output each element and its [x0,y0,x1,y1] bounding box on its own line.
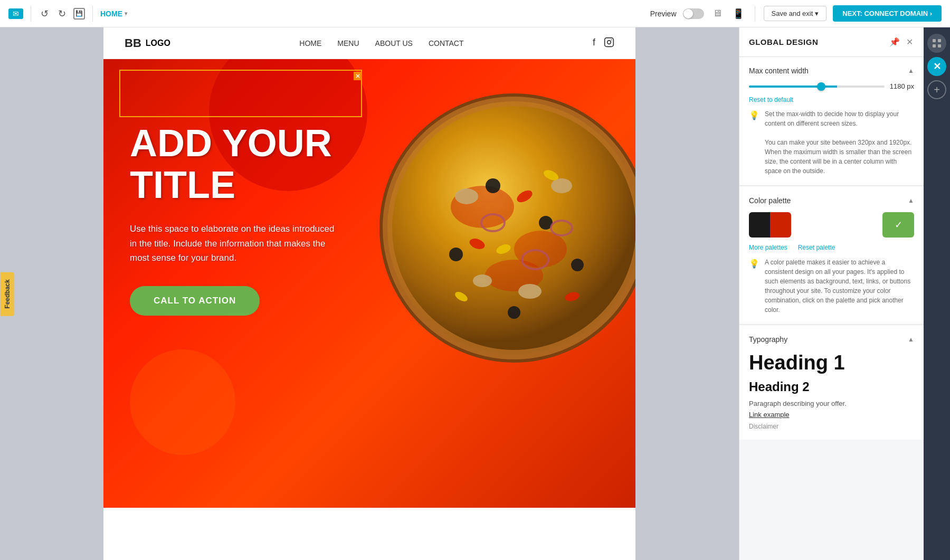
chevron-down-icon: ▾ [815,10,819,17]
logo-text: LOGO [146,39,170,48]
section-header-width: Max content width ▲ [749,67,914,75]
svg-point-2 [611,39,612,40]
mobile-icon[interactable]: 📱 [730,6,746,22]
nav-links: HOME MENU ABOUT US CONTACT [299,39,463,48]
info-row-width: 💡 Set the max-width to decide how to dis… [749,109,914,176]
hero-description: Use this space to elaborate on the ideas… [130,222,336,265]
bulb-icon: 💡 [749,110,759,121]
panel-title: GLOBAL DESIGN [749,37,818,46]
feedback-tab[interactable]: Feedback [1,272,14,316]
palette-row: ✓ [749,212,914,238]
plus-icon: + [934,84,940,96]
site-nav: BB LOGO HOME MENU ABOUT US CONTACT f [103,27,635,59]
max-content-width-section: Max content width ▲ 1180 px Reset to def… [739,57,924,186]
bg-circle-2 [130,349,235,455]
toolbar-right: Preview 🖥 📱 Save and exit ▾ NEXT: CONNEC… [650,5,942,22]
color-palette-section: Color palette ▲ ✓ More palettes Reset pa… [739,187,924,325]
preview-label: Preview [650,10,677,18]
chevron-up-icon[interactable]: ▲ [908,67,914,74]
swatch-black [749,212,770,238]
main-area: Feedback BB LOGO HOME MENU ABOUT US CONT… [0,27,950,560]
section-title-width: Max content width [749,67,809,75]
structure-icon [932,39,942,48]
bulb-icon-palette: 💡 [749,259,759,269]
svg-point-15 [449,248,463,261]
redo-button[interactable]: ↻ [56,6,68,22]
svg-point-8 [455,188,478,204]
typography-header: Typography ▲ [749,335,914,344]
info-text-width: Set the max-width to decide how to displ… [765,109,914,176]
hero-title: ADD YOUR TITLE [130,122,352,206]
section-title-palette: Color palette [749,196,791,205]
undo-button[interactable]: ↺ [39,6,51,22]
svg-point-14 [508,306,520,319]
panel-close-button[interactable]: ✕ [905,36,914,48]
home-dropdown[interactable]: HOME ▾ [100,10,127,18]
paragraph-preview: Paragraph describing your offer. [749,398,914,409]
preview-toggle[interactable] [683,8,704,19]
info-text-palette: A color palette makes it easier to achie… [765,258,914,315]
cta-button[interactable]: CALL TO ACTION [130,286,260,316]
selection-handle[interactable] [354,72,362,80]
nav-home[interactable]: HOME [299,39,321,48]
home-dropdown-label: HOME [100,10,122,18]
far-right-sidebar: ✕ + [924,27,950,560]
save-exit-button[interactable]: Save and exit ▾ [764,6,827,21]
disclaimer-preview: Disclaimer [749,423,914,430]
svg-point-12 [486,178,500,193]
save-icon[interactable]: 💾 [73,8,85,20]
website-preview: BB LOGO HOME MENU ABOUT US CONTACT f [103,27,635,560]
link-example[interactable]: Link example [749,411,914,419]
nav-contact[interactable]: CONTACT [429,39,464,48]
nav-about[interactable]: ABOUT US [375,39,413,48]
chevron-down-icon: ▾ [125,11,127,16]
slider-value: 1180 px [890,82,914,90]
instagram-icon[interactable] [604,37,614,50]
reset-palette-link[interactable]: Reset palette [798,244,835,251]
pizza-svg [377,91,635,365]
info-row-palette: 💡 A color palette makes it easier to ach… [749,258,914,315]
nav-social: f [593,37,614,50]
next-connect-domain-button[interactable]: NEXT: CONNECT DOMAIN › [833,5,942,22]
toolbar-left: ↺ ↻ 💾 HOME ▾ [8,6,644,22]
pizza-image [377,91,635,365]
swatch-red [770,212,791,238]
svg-point-1 [607,40,611,44]
width-slider[interactable] [749,86,885,88]
close-x-button[interactable]: ✕ [927,57,946,76]
chevron-up-icon-typo[interactable]: ▲ [908,336,914,343]
email-icon[interactable] [8,8,23,19]
nav-logo: BB LOGO [125,36,170,50]
selection-box [119,70,362,117]
heading2-preview: Heading 2 [749,379,914,394]
logo-bb: BB [125,36,141,50]
color-swatch-green[interactable]: ✓ [882,212,914,238]
svg-rect-30 [938,44,941,48]
typography-title: Typography [749,335,787,344]
panel-pin-button[interactable]: 📌 [888,36,901,48]
color-swatch-dark-red[interactable] [749,212,791,238]
facebook-icon[interactable]: f [593,37,595,50]
right-panel: GLOBAL DESIGN 📌 ✕ Max content width ▲ 11… [739,27,924,560]
svg-rect-0 [605,37,614,46]
svg-point-11 [473,274,492,287]
panel-header-icons: 📌 ✕ [888,36,914,48]
svg-rect-29 [933,44,936,48]
x-icon: ✕ [933,61,941,72]
reset-to-default-link[interactable]: Reset to default [749,96,793,103]
desktop-icon[interactable]: 🖥 [710,6,724,21]
toolbar: ↺ ↻ 💾 HOME ▾ Preview 🖥 📱 Save and exit ▾… [0,0,950,27]
hero-section: ADD YOUR TITLE Use this space to elabora… [103,59,635,508]
toggle-knob [683,9,693,18]
svg-rect-28 [938,39,941,42]
more-palettes-link[interactable]: More palettes [749,244,787,251]
slider-row: 1180 px [749,82,914,90]
add-element-button[interactable]: + [927,80,946,99]
nav-menu[interactable]: MENU [337,39,359,48]
typography-section: Typography ▲ Heading 1 Heading 2 Paragra… [739,326,924,440]
canvas: Feedback BB LOGO HOME MENU ABOUT US CONT… [0,27,739,560]
chevron-up-icon-palette[interactable]: ▲ [908,197,914,204]
site-structure-button[interactable] [927,34,946,53]
section-header-palette: Color palette ▲ [749,196,914,205]
svg-rect-27 [933,39,936,42]
